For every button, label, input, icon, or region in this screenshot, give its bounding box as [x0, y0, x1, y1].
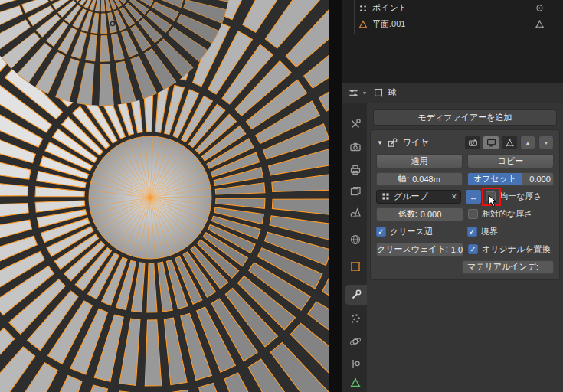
even-thickness-label: 均一な厚さ — [499, 191, 542, 202]
editor-separator[interactable] — [329, 0, 342, 392]
width-value: 0.048m — [412, 175, 440, 184]
tab-object-data[interactable] — [344, 373, 367, 392]
expand-arrow-icon[interactable]: ▼ — [376, 139, 384, 146]
modifier-header: ▼ ワイヤ — [376, 134, 554, 151]
crease-edges-checkbox[interactable]: ✓ — [376, 227, 386, 237]
factor-value: 0.000 — [421, 210, 442, 219]
crease-weight-value: 1.0 — [451, 245, 463, 254]
object-data-icon — [349, 377, 362, 389]
material-index-row: マテリアルインデ: — [376, 260, 554, 274]
vertex-group-row: グループ × ↔ ✓ 均一な厚さ — [376, 189, 554, 204]
tab-render[interactable] — [344, 137, 367, 157]
width-field[interactable]: 幅: 0.048m — [376, 172, 463, 186]
crease-edges-option: ✓ クリース辺 — [376, 226, 463, 237]
right-panels: ポイント 平面.001 — [342, 0, 563, 392]
width-offset-row: 幅: 0.048m オフセット 0.000 — [376, 172, 554, 186]
object-breadcrumb-icon — [373, 87, 384, 98]
render-camera-icon — [349, 141, 362, 153]
vertex-group-field[interactable]: グループ × — [376, 190, 461, 204]
particle-orb-icon[interactable] — [535, 3, 545, 13]
properties-tab-bar — [342, 103, 367, 392]
physics-icon — [349, 335, 362, 348]
tab-tool[interactable] — [344, 114, 367, 134]
crease-weight-field[interactable]: クリースウェイト: 1.0 — [376, 243, 463, 256]
scene-icon — [349, 207, 362, 219]
tab-constraints[interactable] — [344, 354, 367, 374]
view-layer-icon — [349, 185, 362, 198]
monitor-icon — [486, 138, 496, 148]
wrench-icon — [350, 289, 362, 301]
factor-field[interactable]: 係数: 0.000 — [376, 207, 463, 221]
outliner-item-label[interactable]: 平面.001 — [372, 18, 405, 30]
offset-value: 0.000 — [525, 175, 551, 184]
factor-label: 係数: — [398, 208, 417, 220]
material-index-field[interactable]: マテリアルインデ: — [462, 260, 554, 274]
clear-group-icon[interactable]: × — [451, 192, 457, 201]
replace-original-label: オリジナルを置換 — [482, 243, 551, 255]
tab-scene[interactable] — [344, 203, 367, 223]
vertex-group-icon — [381, 191, 391, 201]
copy-button[interactable]: コピー — [467, 154, 554, 168]
outliner-item-point[interactable]: ポイント — [342, 0, 563, 16]
render-visibility-toggle[interactable] — [465, 136, 480, 149]
crease-weight-label: クリースウェイト: — [377, 243, 448, 255]
tab-modifiers[interactable] — [345, 285, 367, 305]
vertex-group-name: グループ — [394, 191, 428, 202]
tab-object[interactable] — [344, 256, 367, 276]
vertices-icon — [358, 3, 368, 14]
outliner-item-label[interactable]: ポイント — [372, 2, 407, 14]
even-thickness-checkbox[interactable]: ✓ — [486, 191, 496, 201]
active-object-name: 球 — [388, 87, 397, 99]
camera-icon — [468, 138, 478, 148]
properties-main: モディファイアーを追加 ▼ ワイヤ — [367, 103, 563, 392]
outliner-item-plane001[interactable]: 平面.001 — [342, 16, 563, 32]
particles-icon — [349, 312, 362, 325]
apply-copy-row: 適用 コピー — [376, 154, 554, 168]
tab-view-layer[interactable] — [344, 181, 367, 201]
tab-physics[interactable] — [344, 332, 367, 351]
relative-thickness-label: 相対的な厚さ — [482, 208, 533, 220]
properties-header: ▾ 球 — [342, 83, 563, 103]
offset-field[interactable]: オフセット 0.000 — [467, 172, 554, 186]
add-modifier-button[interactable]: モディファイアーを追加 — [373, 109, 557, 126]
replace-original-checkbox[interactable]: ✓ — [468, 244, 478, 254]
3d-viewport[interactable] — [0, 0, 329, 392]
editor-type-dropdown-icon[interactable]: ▾ — [363, 90, 366, 96]
object-icon — [349, 260, 362, 273]
crease-weight-row: クリースウェイト: 1.0 ✓ オリジナルを置換 — [376, 242, 554, 256]
relative-thickness-checkbox[interactable]: ✓ — [468, 209, 478, 219]
tab-particles[interactable] — [344, 309, 367, 328]
move-modifier-up-button[interactable]: ▲ — [520, 136, 535, 149]
invert-vertex-group-button[interactable]: ↔ — [466, 190, 481, 204]
constraints-icon — [349, 358, 362, 370]
crease-edges-label: クリース辺 — [390, 226, 433, 237]
mesh-triangle-icon — [358, 19, 368, 30]
width-label: 幅: — [398, 173, 409, 185]
tab-world[interactable] — [344, 230, 367, 250]
viewport-visibility-toggle[interactable] — [483, 136, 499, 149]
mesh-data-icon[interactable] — [535, 19, 545, 29]
factor-row: 係数: 0.000 ✓ 相対的な厚さ — [376, 207, 554, 221]
outliner-panel: ポイント 平面.001 — [342, 0, 563, 83]
apply-button[interactable]: 適用 — [376, 154, 463, 168]
offset-label: オフセット — [468, 173, 522, 185]
properties-editor-icon[interactable] — [348, 87, 359, 99]
printer-icon — [349, 164, 362, 176]
modifier-wrench-box-icon — [387, 137, 398, 149]
replace-original-option: ✓ オリジナルを置換 — [468, 243, 554, 255]
blender-window: ポイント 平面.001 — [0, 0, 563, 392]
move-modifier-down-button[interactable]: ▼ — [538, 136, 554, 149]
even-thickness-option: ✓ 均一な厚さ — [486, 191, 554, 202]
modifier-name[interactable]: ワイヤ — [403, 137, 429, 149]
viewport-render — [0, 0, 329, 392]
tab-output[interactable] — [344, 160, 367, 180]
boundary-option: ✓ 境界 — [467, 226, 554, 237]
boundary-label: 境界 — [481, 226, 498, 237]
edit-mode-visibility-toggle[interactable] — [502, 136, 517, 149]
relative-thickness-option: ✓ 相対的な厚さ — [468, 208, 554, 220]
tool-icon — [349, 118, 362, 130]
boundary-checkbox[interactable]: ✓ — [467, 227, 477, 237]
edit-mode-icon — [505, 138, 515, 148]
crease-boundary-row: ✓ クリース辺 ✓ 境界 — [376, 224, 554, 239]
wireframe-modifier-panel: ▼ ワイヤ — [370, 129, 560, 280]
